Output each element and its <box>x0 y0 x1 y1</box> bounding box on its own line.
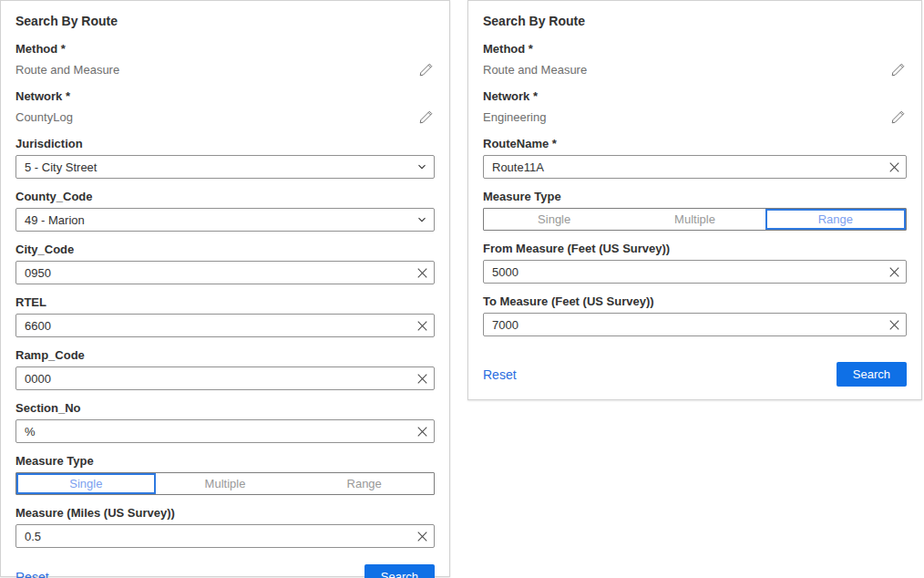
section-no-label: Section_No <box>15 401 435 415</box>
route-name-field: RouteName * <box>483 137 907 179</box>
to-measure-label: To Measure (Feet (US Survey)) <box>483 294 907 308</box>
x-icon <box>416 373 428 385</box>
from-measure-input[interactable] <box>484 261 882 283</box>
rtel-input[interactable] <box>16 315 410 336</box>
panels-container: Search By Route Method * Route and Measu… <box>0 0 924 577</box>
measure-type-label: Measure Type <box>15 454 435 468</box>
route-name-clear-button[interactable] <box>882 156 906 178</box>
x-icon <box>416 531 428 542</box>
from-measure-field: From Measure (Feet (US Survey)) <box>483 242 907 284</box>
measure-type-label: Measure Type <box>483 190 907 203</box>
method-label: Method * <box>15 42 435 56</box>
measure-type-segment-range[interactable]: Range <box>765 209 906 230</box>
city-code-input[interactable] <box>16 262 410 284</box>
x-icon <box>888 319 900 331</box>
network-value: CountyLog <box>15 110 73 124</box>
network-field: Network * Engineering <box>483 89 907 126</box>
route-name-input[interactable] <box>484 156 882 178</box>
x-icon <box>416 267 428 279</box>
rtel-field: RTEL <box>15 295 435 337</box>
reset-link[interactable]: Reset <box>15 570 49 578</box>
section-no-clear-button[interactable] <box>410 420 434 442</box>
network-value: Engineering <box>483 110 546 124</box>
network-edit-button[interactable] <box>418 108 435 125</box>
pencil-icon <box>891 62 906 77</box>
measure-type-field: Measure Type Single Multiple Range <box>15 454 435 495</box>
section-no-field: Section_No <box>15 401 435 443</box>
measure-type-segment-multiple[interactable]: Multiple <box>624 209 765 230</box>
measure-type-segment-multiple[interactable]: Multiple <box>156 473 295 494</box>
method-edit-button[interactable] <box>890 61 907 77</box>
pencil-icon <box>419 109 434 124</box>
panel-footer: Reset Search <box>483 356 907 387</box>
city-code-label: City_Code <box>15 243 435 256</box>
reset-link[interactable]: Reset <box>483 367 517 382</box>
network-field: Network * CountyLog <box>15 89 435 126</box>
to-measure-input[interactable] <box>484 314 882 335</box>
measure-label: Measure (Miles (US Survey)) <box>15 506 435 520</box>
city-code-clear-button[interactable] <box>410 262 434 284</box>
city-code-field: City_Code <box>15 243 435 284</box>
county-code-label: County_Code <box>15 190 435 203</box>
from-measure-label: From Measure (Feet (US Survey)) <box>483 242 907 255</box>
method-value: Route and Measure <box>483 63 587 77</box>
search-by-route-panel-right: Search By Route Method * Route and Measu… <box>467 0 922 400</box>
county-code-field: County_Code 49 - Marion <box>15 190 435 232</box>
route-name-label: RouteName * <box>483 137 907 150</box>
from-measure-clear-button[interactable] <box>882 261 906 283</box>
measure-type-field: Measure Type Single Multiple Range <box>483 190 907 231</box>
measure-type-segmented-control: Single Multiple Range <box>15 472 435 495</box>
x-icon <box>416 426 428 438</box>
panel-title: Search By Route <box>15 14 435 28</box>
x-icon <box>888 266 900 278</box>
measure-field: Measure (Miles (US Survey)) <box>15 506 435 548</box>
network-label: Network * <box>483 89 907 103</box>
search-by-route-panel-left: Search By Route Method * Route and Measu… <box>0 0 450 577</box>
chevron-down-icon <box>410 209 434 231</box>
jurisdiction-label: Jurisdiction <box>15 137 435 150</box>
chevron-down-icon <box>410 156 434 178</box>
measure-type-segment-single[interactable]: Single <box>16 473 156 494</box>
pencil-icon <box>891 109 906 124</box>
section-no-input[interactable] <box>16 420 410 442</box>
measure-input[interactable] <box>16 525 410 547</box>
network-label: Network * <box>15 89 435 103</box>
measure-type-segmented-control: Single Multiple Range <box>483 208 907 231</box>
rtel-clear-button[interactable] <box>410 315 434 336</box>
method-label: Method * <box>483 42 907 56</box>
rtel-label: RTEL <box>15 295 435 309</box>
ramp-code-input[interactable] <box>16 367 410 389</box>
ramp-code-field: Ramp_Code <box>15 348 435 390</box>
method-edit-button[interactable] <box>418 61 435 77</box>
panel-title: Search By Route <box>483 14 907 28</box>
jurisdiction-select[interactable]: 5 - City Street <box>15 155 435 179</box>
x-icon <box>416 320 428 332</box>
county-code-select[interactable]: 49 - Marion <box>15 208 435 232</box>
county-code-selected-value: 49 - Marion <box>16 213 410 227</box>
to-measure-clear-button[interactable] <box>882 314 906 335</box>
search-button[interactable]: Search <box>364 564 435 578</box>
x-icon <box>888 161 900 173</box>
method-field: Method * Route and Measure <box>15 42 435 78</box>
network-edit-button[interactable] <box>890 108 907 125</box>
search-button[interactable]: Search <box>837 362 907 387</box>
measure-type-segment-single[interactable]: Single <box>484 209 624 230</box>
to-measure-field: To Measure (Feet (US Survey)) <box>483 294 907 336</box>
method-field: Method * Route and Measure <box>483 42 907 78</box>
panel-footer: Reset Search <box>15 559 435 578</box>
jurisdiction-field: Jurisdiction 5 - City Street <box>15 137 435 179</box>
ramp-code-label: Ramp_Code <box>15 348 435 362</box>
jurisdiction-selected-value: 5 - City Street <box>16 160 410 174</box>
measure-clear-button[interactable] <box>410 525 434 547</box>
ramp-code-clear-button[interactable] <box>410 367 434 389</box>
measure-type-segment-range[interactable]: Range <box>294 473 434 494</box>
method-value: Route and Measure <box>15 63 119 77</box>
pencil-icon <box>419 62 434 77</box>
